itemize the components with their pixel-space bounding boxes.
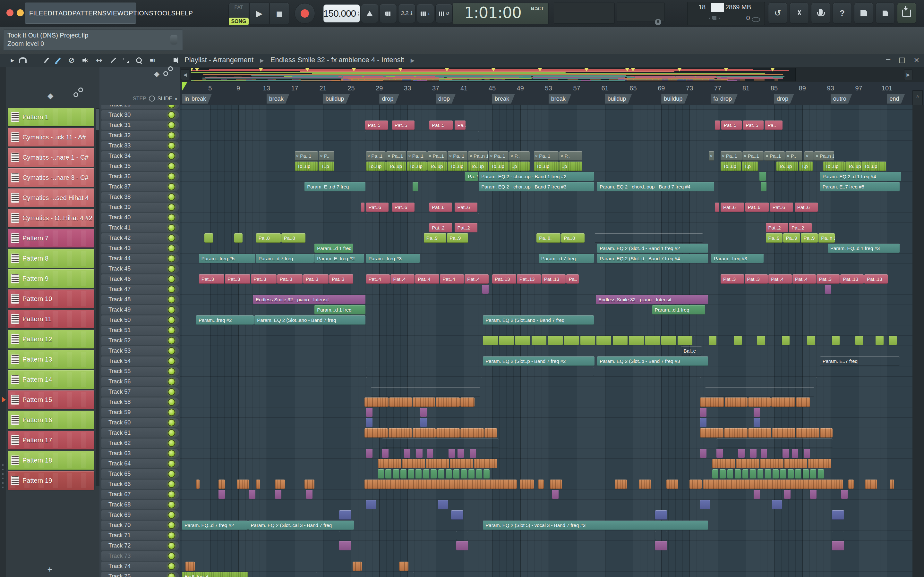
- audio-clip[interactable]: [378, 459, 401, 468]
- track-header-track-59[interactable]: Track 59: [102, 408, 179, 417]
- sparkle-icon[interactable]: ◆: [47, 91, 53, 100]
- track-mute-led[interactable]: [168, 388, 175, 396]
- automation-clip[interactable]: [413, 182, 418, 191]
- automation-clip[interactable]: [655, 541, 667, 550]
- audio-clip[interactable]: To..up: [823, 161, 845, 171]
- stacked-pattern-clips[interactable]: [720, 213, 819, 222]
- track-mute-led[interactable]: [168, 552, 175, 560]
- timeline-marker-buildup[interactable]: buildup: [661, 94, 688, 103]
- pattern-clip[interactable]: Pat..2: [429, 223, 452, 232]
- automation-clip[interactable]: [457, 449, 464, 458]
- automation-clip[interactable]: [339, 531, 351, 540]
- pattern-item-pattern-10[interactable]: Pattern 10: [8, 290, 94, 308]
- audio-clip[interactable]: [389, 398, 412, 407]
- audio-clip[interactable]: [639, 480, 651, 489]
- audio-clip[interactable]: To..up: [366, 161, 386, 171]
- automation-clip[interactable]: [382, 449, 389, 458]
- navigator-left-arrow[interactable]: ◀: [181, 69, 189, 80]
- automation-clip[interactable]: Param...d 1 freq: [652, 305, 705, 314]
- paint-tool-icon[interactable]: [53, 56, 63, 64]
- audio-clip[interactable]: [413, 398, 435, 407]
- automation-clip[interactable]: [803, 469, 809, 479]
- automation-clip[interactable]: Param. EQ 2 (Slot 5) - vocal 3 - Band 7 …: [483, 521, 708, 530]
- pattern-item-pattern-12[interactable]: Pattern 12: [8, 330, 94, 348]
- audio-clip[interactable]: [365, 428, 388, 438]
- track-mute-led[interactable]: [168, 511, 175, 519]
- automation-clip[interactable]: Param. E..freq #2: [314, 254, 364, 263]
- navigator-right-arrow[interactable]: ▶: [904, 69, 913, 80]
- track-header-track-54[interactable]: Track 54: [102, 356, 179, 366]
- automation-clip[interactable]: [446, 469, 452, 479]
- pattern-clip[interactable]: Pa..: [765, 121, 782, 130]
- audio-clip[interactable]: [736, 459, 759, 468]
- track-mute-led[interactable]: [168, 306, 175, 314]
- track-mute-led[interactable]: [168, 224, 175, 231]
- track-mute-led[interactable]: [168, 419, 175, 426]
- automation-clip[interactable]: [841, 490, 848, 499]
- audio-clip[interactable]: [413, 428, 436, 438]
- magnet-tool-icon[interactable]: [18, 56, 27, 64]
- automation-clip[interactable]: Param...d 1 freq: [314, 305, 365, 314]
- pattern-clip[interactable]: [645, 336, 660, 345]
- pattern-clip[interactable]: Pa..9: [424, 234, 447, 243]
- automation-clip[interactable]: [438, 500, 448, 509]
- automation-clip[interactable]: [754, 418, 760, 427]
- muted-pattern-clip[interactable]: ×Pa..1: [386, 151, 406, 161]
- audio-clip[interactable]: [460, 398, 475, 407]
- pattern-clip[interactable]: [515, 336, 530, 345]
- pattern-clip[interactable]: Pat..13: [864, 274, 888, 284]
- automation-clip[interactable]: Param. EQ 2 (Slot..cal 3 - Band 7 freq: [248, 521, 354, 530]
- track-header-track-72[interactable]: Track 72: [102, 541, 179, 550]
- audio-clip[interactable]: [615, 480, 627, 489]
- audio-clip[interactable]: To..up: [447, 161, 467, 171]
- automation-clip[interactable]: [468, 469, 475, 479]
- track-header-track-44[interactable]: Track 44: [102, 254, 179, 263]
- track-header-track-47[interactable]: Track 47: [102, 285, 179, 294]
- pattern-clip[interactable]: Pat..4: [465, 274, 489, 284]
- automation-clip[interactable]: [700, 418, 706, 427]
- stacked-pattern-clips[interactable]: [594, 234, 703, 243]
- automation-clip[interactable]: [366, 500, 376, 509]
- menu-item-view[interactable]: VIEW: [107, 10, 124, 17]
- zoom-tool-icon[interactable]: [134, 56, 144, 64]
- audio-clip[interactable]: [771, 398, 795, 407]
- menu-item-add[interactable]: ADD: [58, 10, 72, 17]
- automation-clip[interactable]: Param. EQ 2 - chor..up - Band 7 freq #3: [479, 182, 594, 191]
- pattern-clip[interactable]: [548, 336, 563, 345]
- muted-pattern-clip[interactable]: ×Pa..1: [447, 151, 467, 161]
- pattern-clip[interactable]: Pat..3: [277, 274, 302, 284]
- audio-clip[interactable]: To..up: [720, 161, 741, 171]
- automation-clip[interactable]: [758, 469, 764, 479]
- muted-pattern-clip[interactable]: ×Pa..1: [366, 151, 386, 161]
- track-header-track-74[interactable]: Track 74: [102, 562, 179, 571]
- pattern-clip[interactable]: Pat..5: [392, 121, 415, 130]
- track-header-track-61[interactable]: Track 61: [102, 428, 179, 438]
- time-format-label[interactable]: B:S:T: [531, 5, 544, 11]
- typing-to-piano-button[interactable]: +: [417, 4, 434, 23]
- cpu-memory-panel[interactable]: 18 2869 MB 0: [687, 2, 765, 25]
- track-mute-led[interactable]: [168, 450, 175, 457]
- menu-item-help[interactable]: HELP: [176, 10, 193, 17]
- audio-clip[interactable]: [426, 459, 449, 468]
- track-mute-led[interactable]: [168, 121, 175, 129]
- pattern-clip[interactable]: Pat..6: [392, 203, 415, 212]
- automation-clip[interactable]: [366, 449, 373, 458]
- save-button[interactable]: [854, 3, 873, 24]
- track-header-track-73[interactable]: Track 73: [102, 551, 179, 561]
- automation-clip[interactable]: Param. EQ..d 1 freq #3: [828, 243, 900, 253]
- audio-clip[interactable]: [700, 428, 724, 438]
- stacked-audio-clips[interactable]: [700, 377, 817, 386]
- audio-clip[interactable]: [772, 428, 795, 438]
- track-mute-led[interactable]: [168, 276, 175, 283]
- pattern-scrollbar-handle[interactable]: [96, 109, 99, 130]
- automation-clip[interactable]: Endless Smile 32 - piano - Intensit: [596, 295, 708, 304]
- audio-clip[interactable]: [352, 562, 362, 571]
- track-mute-led[interactable]: [168, 173, 175, 180]
- slice-tool-icon[interactable]: [108, 56, 118, 64]
- audio-clip[interactable]: [474, 459, 497, 468]
- audio-clip[interactable]: [186, 562, 195, 571]
- automation-clip[interactable]: [735, 469, 741, 479]
- pattern-clip[interactable]: [580, 336, 595, 345]
- track-mute-led[interactable]: [168, 573, 175, 577]
- stacked-audio-clips[interactable]: [316, 572, 414, 577]
